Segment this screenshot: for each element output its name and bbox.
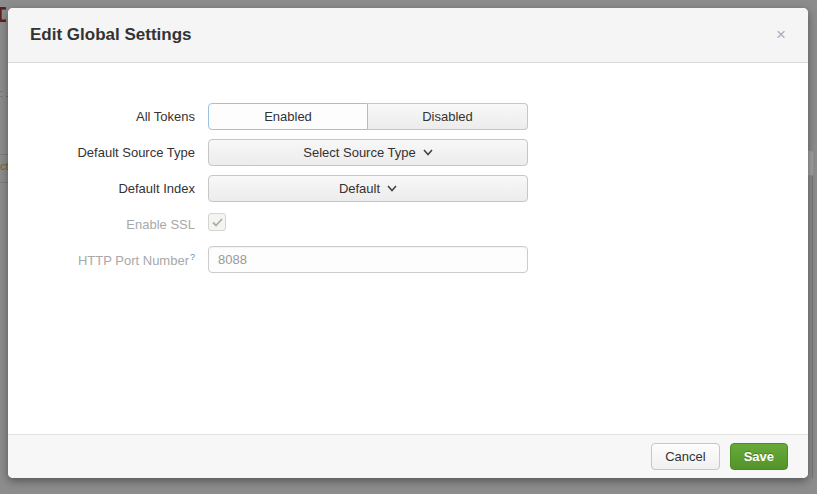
http-port-label: HTTP Port Number? — [8, 246, 208, 273]
default-index-dropdown[interactable]: Default — [208, 175, 528, 202]
form-row-all-tokens: All Tokens Enabled Disabled — [8, 103, 808, 130]
default-source-type-label: Default Source Type — [8, 139, 208, 166]
dialog-footer: Cancel Save — [8, 434, 808, 478]
default-source-type-value: Select Source Type — [303, 145, 416, 160]
dimmed-page-divider — [0, 182, 8, 183]
dimmed-page-heading-fragment: D — [0, 2, 6, 28]
dialog-title: Edit Global Settings — [30, 25, 192, 45]
dimmed-page-divider — [0, 154, 8, 155]
checkmark-icon — [212, 218, 223, 227]
default-source-type-dropdown[interactable]: Select Source Type — [208, 139, 528, 166]
help-marker-icon: ? — [190, 252, 195, 262]
cancel-button[interactable]: Cancel — [651, 443, 719, 470]
chevron-down-icon — [423, 149, 433, 156]
form-row-default-index: Default Index Default — [8, 175, 808, 202]
form-row-http-port: HTTP Port Number? — [8, 246, 808, 273]
dimmed-page-edge-line — [812, 176, 813, 478]
default-index-label: Default Index — [8, 175, 208, 202]
dialog-body: All Tokens Enabled Disabled Default Sour… — [8, 63, 808, 273]
enable-ssl-checkbox — [208, 213, 226, 231]
http-port-input — [208, 246, 528, 273]
default-index-value: Default — [339, 181, 380, 196]
all-tokens-toggle: Enabled Disabled — [208, 103, 528, 130]
close-icon[interactable]: × — [776, 26, 786, 43]
save-button[interactable]: Save — [730, 443, 788, 470]
dialog-header: Edit Global Settings × — [8, 8, 808, 63]
chevron-down-icon — [387, 185, 397, 192]
enabled-toggle-button[interactable]: Enabled — [208, 103, 368, 130]
disabled-toggle-button[interactable]: Disabled — [368, 103, 528, 130]
form-row-enable-ssl: Enable SSL — [8, 211, 808, 232]
edit-global-settings-dialog: Edit Global Settings × All Tokens Enable… — [8, 8, 808, 478]
enable-ssl-label: Enable SSL — [8, 211, 208, 232]
all-tokens-label: All Tokens — [8, 103, 208, 130]
form-row-default-source-type: Default Source Type Select Source Type — [8, 139, 808, 166]
